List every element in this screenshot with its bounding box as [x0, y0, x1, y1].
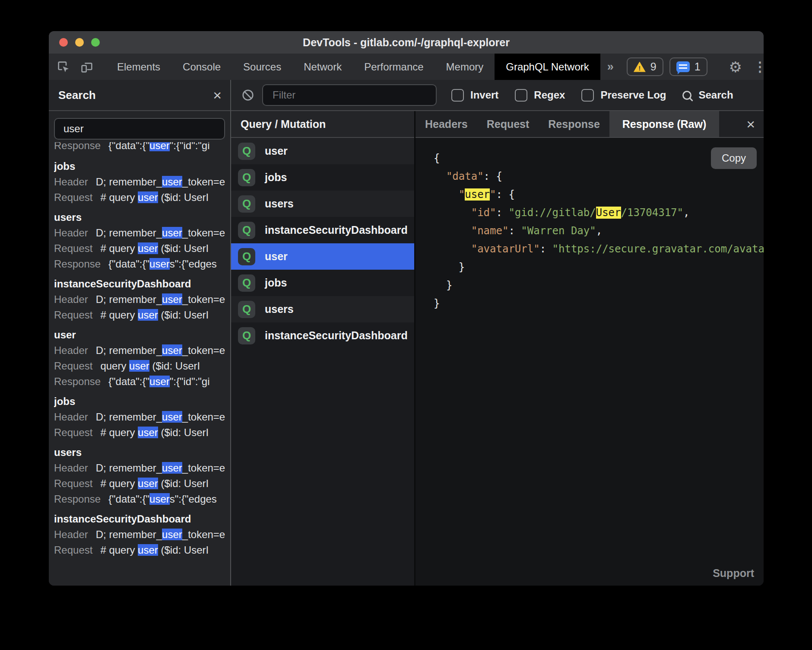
search-result-clipped-line[interactable]: Response{"data":{"user":{"id":"gi	[54, 142, 230, 154]
devtools-tab-performance[interactable]: Performance	[353, 54, 435, 80]
regex-checkbox[interactable]: Regex	[515, 89, 565, 102]
json-line: "id": "gid://gitlab/User/13704317",	[434, 204, 764, 222]
json-line: "name": "Warren Day",	[434, 222, 764, 240]
copy-button[interactable]: Copy	[711, 147, 757, 169]
search-panel: Search × Response{"data":{"user":{"id":"…	[49, 80, 231, 586]
window-titlebar: DevTools - gitlab.com/-/graphql-explorer	[49, 31, 764, 54]
search-result-heading: users	[54, 210, 230, 225]
devtools-tab-elements[interactable]: Elements	[106, 54, 171, 80]
search-result-section-users[interactable]: usersHeaderD; remember_user_token=eReque…	[54, 445, 230, 507]
devtools-tab-console[interactable]: Console	[171, 54, 232, 80]
clear-requests-icon[interactable]	[241, 89, 254, 102]
search-result-line: HeaderD; remember_user_token=e	[54, 460, 230, 476]
query-row-user[interactable]: Quser	[231, 243, 414, 270]
warnings-count: 9	[650, 61, 657, 73]
search-result-heading: user	[54, 327, 230, 343]
preserve-log-checkbox[interactable]: Preserve Log	[581, 89, 666, 102]
checkbox-label: Regex	[534, 89, 565, 101]
warning-icon	[634, 62, 646, 72]
search-input[interactable]	[55, 123, 224, 135]
zoom-window-button[interactable]	[91, 38, 100, 47]
query-row-instancesecuritydashboard[interactable]: QinstanceSecurityDashboard	[231, 322, 414, 349]
search-result-line: HeaderD; remember_user_token=e	[54, 225, 230, 241]
search-result-line: Request# query user ($id: UserI	[54, 241, 230, 256]
query-row-label: user	[265, 145, 288, 157]
network-body: Query / Mutation QuserQjobsQusersQinstan…	[231, 111, 764, 586]
query-row-users[interactable]: Qusers	[231, 191, 414, 217]
json-line: "data": {	[434, 167, 764, 185]
query-row-jobs[interactable]: Qjobs	[231, 164, 414, 191]
search-result-section-jobs[interactable]: jobsHeaderD; remember_user_token=eReques…	[54, 159, 230, 205]
search-result-line: HeaderD; remember_user_token=e	[54, 527, 230, 542]
checkbox-box[interactable]	[581, 89, 594, 102]
query-list-title: Query / Mutation	[241, 118, 326, 131]
search-result-heading: instanceSecurityDashboard	[54, 511, 230, 527]
checkbox-box[interactable]	[451, 89, 464, 102]
search-result-section-instancesecuritydashboard[interactable]: instanceSecurityDashboardHeaderD; rememb…	[54, 276, 230, 323]
support-link[interactable]: Support	[713, 567, 754, 580]
query-type-badge: Q	[238, 248, 255, 265]
search-result-line: Response{"data":{"users":{"edges	[54, 491, 230, 507]
query-panel: Query / Mutation QuserQjobsQusersQinstan…	[231, 111, 416, 586]
search-result-section-instancesecuritydashboard[interactable]: instanceSecurityDashboardHeaderD; rememb…	[54, 511, 230, 558]
query-row-label: jobs	[265, 171, 287, 184]
query-row-label: instanceSecurityDashboard	[265, 329, 408, 342]
devtools-tab-sources[interactable]: Sources	[232, 54, 292, 80]
checkbox-label: Invert	[470, 89, 498, 101]
query-row-jobs[interactable]: Qjobs	[231, 270, 414, 296]
network-region: InvertRegexPreserve Log Search Query / M…	[231, 80, 764, 586]
query-row-label: instanceSecurityDashboard	[265, 224, 408, 236]
minimize-window-button[interactable]	[75, 38, 84, 47]
detail-tab-response-raw[interactable]: Response (Raw)	[609, 111, 719, 137]
close-window-button[interactable]	[59, 38, 68, 47]
json-line: }	[434, 276, 764, 294]
search-icon	[682, 91, 691, 100]
detail-panel: HeadersRequestResponseResponse (Raw)× Co…	[416, 111, 764, 586]
filter-input[interactable]	[263, 89, 436, 101]
devtools-tab-network[interactable]: Network	[292, 54, 353, 80]
search-result-heading: users	[54, 445, 230, 460]
search-result-heading: jobs	[54, 159, 230, 174]
toolbar-search-button[interactable]: Search	[682, 89, 733, 101]
search-result-section-users[interactable]: usersHeaderD; remember_user_token=eReque…	[54, 210, 230, 272]
detail-tab-headers[interactable]: Headers	[416, 111, 477, 137]
devtools-tab-memory[interactable]: Memory	[435, 54, 495, 80]
detail-tabs: HeadersRequestResponseResponse (Raw)×	[416, 111, 764, 138]
kebab-menu-icon[interactable]: ⋮	[753, 60, 764, 73]
query-row-users[interactable]: Qusers	[231, 296, 414, 322]
filter-input-box[interactable]	[262, 84, 437, 106]
search-panel-title: Search	[58, 89, 96, 102]
json-line: }	[434, 258, 764, 276]
devtools-tab-graphql-network[interactable]: GraphQL Network	[495, 54, 600, 80]
query-type-badge: Q	[238, 195, 255, 213]
search-result-section-user[interactable]: userHeaderD; remember_user_token=eReques…	[54, 327, 230, 389]
window-title: DevTools - gitlab.com/-/graphql-explorer	[49, 36, 764, 49]
search-result-line: HeaderD; remember_user_token=e	[54, 292, 230, 307]
search-input-box[interactable]	[54, 118, 225, 140]
search-result-section-jobs[interactable]: jobsHeaderD; remember_user_token=eReques…	[54, 394, 230, 440]
query-list-header: Query / Mutation	[231, 111, 414, 138]
checkbox-box[interactable]	[515, 89, 527, 102]
search-result-line: Request# query user ($id: UserI	[54, 476, 230, 491]
detail-tab-response[interactable]: Response	[539, 111, 609, 137]
response-raw-view: Copy { "data": { "user": { "id": "gid://…	[416, 138, 764, 586]
detail-tab-request[interactable]: Request	[477, 111, 539, 137]
query-type-badge: Q	[238, 143, 255, 160]
query-row-instancesecuritydashboard[interactable]: QinstanceSecurityDashboard	[231, 217, 414, 243]
settings-gear-icon[interactable]: ⚙	[729, 60, 742, 74]
inspect-element-icon[interactable]	[57, 60, 70, 74]
search-close-icon[interactable]: ×	[213, 88, 222, 102]
detail-close-icon[interactable]: ×	[746, 117, 755, 131]
warnings-badge[interactable]: 9	[627, 57, 663, 76]
message-bubble-icon	[676, 61, 690, 72]
json-line: "avatarUrl": "https://secure.gravatar.co…	[434, 240, 764, 258]
more-tabs-chevron-icon[interactable]: »	[600, 60, 621, 73]
issues-badge[interactable]: 1	[669, 57, 707, 76]
devtools-tabbar: ElementsConsoleSourcesNetworkPerformance…	[49, 54, 764, 80]
query-list: QuserQjobsQusersQinstanceSecurityDashboa…	[231, 138, 414, 349]
device-toolbar-icon[interactable]	[80, 60, 94, 74]
devtools-tool-icons	[57, 60, 94, 74]
query-row-user[interactable]: Quser	[231, 138, 414, 164]
invert-checkbox[interactable]: Invert	[451, 89, 498, 102]
devtools-tabs: ElementsConsoleSourcesNetworkPerformance…	[106, 54, 600, 80]
